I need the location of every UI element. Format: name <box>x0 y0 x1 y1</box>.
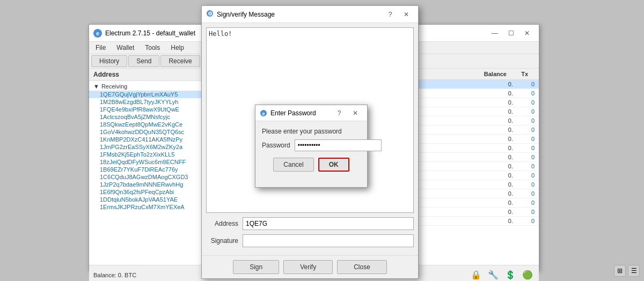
address-item-14[interactable]: 1DDtqiuN5bokAJpVAA51YAE <box>89 196 209 203</box>
password-buttons: Cancel OK <box>262 158 361 172</box>
tx-cell: 0 <box>517 199 539 206</box>
address-item-0[interactable]: 1QE7GQujVgjYpbrrLmXAuY5 <box>89 91 209 98</box>
balance-cell: 0. <box>474 190 517 197</box>
svg-text:e: e <box>96 31 99 36</box>
address-item-1[interactable]: 1M2B8wEzgdBL7tyyJKYYLyh <box>89 98 209 106</box>
pwd-titlebar-left: e Enter Password <box>260 109 316 117</box>
pwd-help-button[interactable]: ? <box>332 107 347 119</box>
balance-cell: 0. <box>474 153 517 161</box>
grid-view-icon[interactable]: ⊞ <box>614 265 626 277</box>
address-row: Address <box>206 217 414 230</box>
sv-help-button[interactable]: ? <box>383 9 398 20</box>
receiving-header[interactable]: ▼ Receiving <box>89 82 209 91</box>
chevron-down-icon: ▼ <box>93 83 99 90</box>
password-dialog-title: Enter Password <box>270 109 316 117</box>
cancel-button[interactable]: Cancel <box>273 158 313 172</box>
balance-cell: 0. <box>474 135 517 143</box>
balance-cell: 0. <box>474 90 517 97</box>
balance-cell: 0. <box>474 80 517 88</box>
tx-cell: 0 <box>517 190 539 197</box>
address-label: Address <box>206 220 238 227</box>
menu-wallet[interactable]: Wallet <box>112 43 138 53</box>
address-item-3[interactable]: 1ActcszoqBvA5jZMNsfcyjc <box>89 113 209 121</box>
password-prompt: Please enter your password <box>262 128 361 135</box>
status-icons: 🔒 🔧 💲 🟢 <box>469 268 535 282</box>
balance-status: Balance: 0. BTC <box>93 272 136 278</box>
address-item-10[interactable]: 1B69EZr7YKuF7DiREAc776y <box>89 166 209 173</box>
address-item-2[interactable]: 1FQE4e9bxiPfR8awX9UtQwE <box>89 106 209 113</box>
password-input[interactable] <box>295 139 382 151</box>
list-view-icon[interactable]: ☰ <box>628 265 640 277</box>
svg-text:⚙: ⚙ <box>208 11 213 17</box>
tx-cell: 0 <box>517 126 539 134</box>
sv-titlebar-left: ⚙ Sign/verify Message <box>206 10 275 19</box>
address-header: Address <box>89 69 209 81</box>
menu-tools[interactable]: Tools <box>141 43 164 53</box>
titlebar-controls: — ☐ ✕ <box>487 27 535 39</box>
tx-cell: 0 <box>517 90 539 97</box>
sv-controls: ? ✕ <box>383 9 414 20</box>
tx-cell: 0 <box>517 172 539 179</box>
receiving-label: Receiving <box>101 83 127 90</box>
tx-cell: 0 <box>517 181 539 188</box>
address-item-5[interactable]: 1GoV4kohwzDDQuN35QTQ6sc <box>89 128 209 136</box>
signature-row: Signature <box>206 234 414 247</box>
signature-input[interactable] <box>243 234 414 247</box>
tx-cell: 0 <box>517 80 539 88</box>
balance-cell: 0. <box>474 181 517 188</box>
currency-icon[interactable]: 💲 <box>503 268 517 282</box>
corner-icons: ⊞ ☰ <box>614 265 640 277</box>
tools-icon[interactable]: 🔧 <box>486 268 500 282</box>
address-item-4[interactable]: 18SQkwzEept8QpMwE2vKgCe <box>89 121 209 128</box>
address-item-15[interactable]: 1ErmsJKJPRzuCxM7XmYEXeA <box>89 203 209 211</box>
svg-text:e: e <box>262 111 265 116</box>
balance-cell: 0. <box>474 162 517 170</box>
titlebar-left: e Electrum 2.7.15 - default_wallet <box>93 29 195 38</box>
address-tree[interactable]: ▼ Receiving 1QE7GQujVgjYpbrrLmXAuY5 1M2B… <box>89 81 209 265</box>
network-icon[interactable]: 🟢 <box>521 268 535 282</box>
address-item-11[interactable]: 1C6CQduJ8AGwzDMAogCXGD3 <box>89 173 209 181</box>
menu-help[interactable]: Help <box>166 43 188 53</box>
close-sv-button[interactable]: Close <box>337 260 387 274</box>
tx-cell: 0 <box>517 99 539 106</box>
receive-button[interactable]: Receive <box>160 55 200 67</box>
signature-label: Signature <box>206 237 238 245</box>
tx-cell: 0 <box>517 108 539 115</box>
lock-icon[interactable]: 🔒 <box>469 268 483 282</box>
balance-cell: 0. <box>474 126 517 134</box>
address-item-8[interactable]: 1FMsb2Kj5EphTo2zXixKLL5 <box>89 151 209 158</box>
tx-col-header: Tx <box>511 71 532 77</box>
maximize-button[interactable]: ☐ <box>503 27 518 39</box>
balance-cell: 0. <box>474 99 517 106</box>
balance-cell: 0. <box>474 144 517 152</box>
pwd-close-button[interactable]: ✕ <box>348 107 363 119</box>
password-dialog: e Enter Password ? ✕ Please enter your p… <box>255 105 368 188</box>
address-item-12[interactable]: 1JzP2q7bdae9mNNNERwvhHg <box>89 181 209 188</box>
menu-file[interactable]: File <box>91 43 110 53</box>
address-item-7[interactable]: 1JmPG2zrEaSSyX6M2wZKy2a <box>89 143 209 151</box>
verify-button[interactable]: Verify <box>283 260 333 274</box>
sign-button[interactable]: Sign <box>233 260 279 274</box>
signverify-title: Sign/verify Message <box>217 11 275 18</box>
tx-cell: 0 <box>517 117 539 124</box>
electrum-title: Electrum 2.7.15 - default_wallet <box>105 29 195 37</box>
send-button[interactable]: Send <box>128 55 159 67</box>
signverify-icon: ⚙ <box>206 10 214 19</box>
sv-close-button[interactable]: ✕ <box>399 9 414 20</box>
address-item-13[interactable]: 1E6f9Qn36q2fsPFeqCpzAbi <box>89 188 209 196</box>
address-item-6[interactable]: 1KnMBP2DXzC411AKA5fNzPy <box>89 136 209 143</box>
history-button[interactable]: History <box>91 55 127 67</box>
balance-cell: 0. <box>474 199 517 206</box>
receiving-section: ▼ Receiving 1QE7GQujVgjYpbrrLmXAuY5 1M2B… <box>89 81 209 212</box>
signverify-buttons: Sign Verify Close <box>202 255 418 278</box>
minimize-button[interactable]: — <box>487 27 502 39</box>
ok-button[interactable]: OK <box>318 158 349 172</box>
balance-cell: 0. <box>474 172 517 179</box>
close-button[interactable]: ✕ <box>519 27 535 39</box>
address-input[interactable] <box>243 217 414 230</box>
password-content: Please enter your password Password Canc… <box>255 121 367 176</box>
password-row: Password <box>262 139 361 151</box>
signverify-titlebar: ⚙ Sign/verify Message ? ✕ <box>202 6 418 23</box>
address-item-9[interactable]: 18zJeiQqdDFyWSuc6m9ECNFF <box>89 158 209 166</box>
tx-cell: 0 <box>517 217 539 225</box>
